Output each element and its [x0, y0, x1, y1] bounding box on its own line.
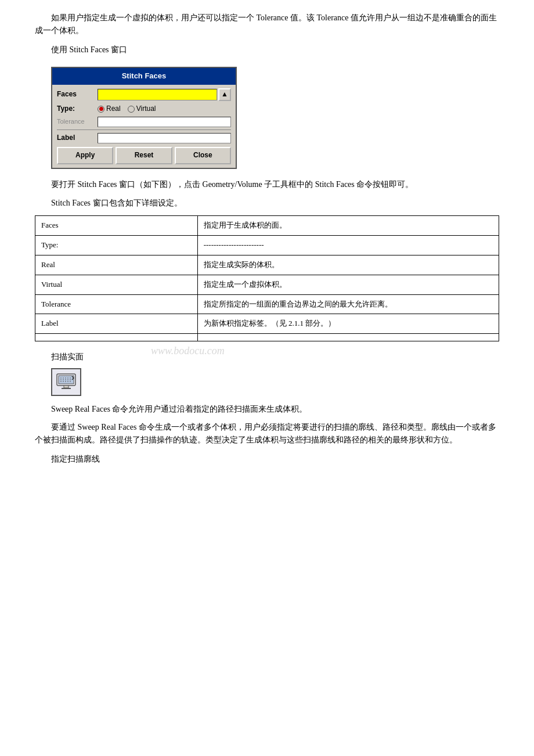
table-cell-value: ------------------------ [197, 236, 499, 255]
sweep-desc: Sweep Real Faces 命令允许用户通过沿着指定的路径扫描面来生成体积… [51, 403, 499, 416]
table-row [35, 334, 499, 341]
table-row: Faces指定用于生成体积的面。 [35, 216, 499, 236]
table-row: Virtual指定生成一个虚拟体积。 [35, 275, 499, 294]
reset-button[interactable]: Reset [116, 147, 172, 164]
table-cell-value: 指定生成实际的体积。 [197, 255, 499, 275]
intro-paragraph: 如果用户指定生成一个虚拟的体积，用户还可以指定一个 Tolerance 值。该 … [35, 12, 499, 38]
section-label: 使用 Stitch Faces 窗口 [51, 44, 499, 56]
type-row: Type: Real Virtual [57, 103, 231, 114]
table-cell-key: Virtual [35, 275, 198, 294]
table-cell-key: Tolerance [35, 294, 198, 314]
table-cell-value: 指定生成一个虚拟体积。 [197, 275, 499, 294]
label-input[interactable] [98, 133, 231, 143]
tolerance-label: Tolerance [57, 117, 98, 127]
table-cell-key: Type: [35, 236, 198, 255]
table-row: Real指定生成实际的体积。 [35, 255, 499, 275]
table-cell-value: 指定用于生成体积的面。 [197, 216, 499, 236]
type-label: Type: [57, 103, 98, 114]
svg-rect-6 [62, 388, 71, 389]
table-cell-value [197, 334, 499, 341]
window-contains-label: Stitch Faces 窗口包含如下详细设定。 [51, 197, 499, 210]
sweep-icon [56, 372, 77, 393]
close-button[interactable]: Close [175, 147, 231, 164]
table-cell-key: Label [35, 314, 198, 334]
real-radio-label: Real [106, 103, 121, 114]
faces-label: Faces [57, 89, 98, 100]
table-row: Tolerance指定所指定的一组面的重合边界边之间的最大允许距离。 [35, 294, 499, 314]
table-cell-value: 指定所指定的一组面的重合边界边之间的最大允许距离。 [197, 294, 499, 314]
type-radio-group: Real Virtual [98, 103, 156, 114]
label-label: Label [57, 132, 98, 143]
open-desc: 要打开 Stitch Faces 窗口（如下图），点击 Geometry/Vol… [35, 178, 499, 191]
tolerance-row: Tolerance [57, 117, 231, 127]
dialog-divider [57, 129, 231, 130]
dialog-buttons: Apply Reset Close [57, 147, 231, 164]
virtual-radio-dot[interactable] [128, 106, 135, 113]
info-table: Faces指定用于生成体积的面。Type:-------------------… [35, 215, 499, 341]
stitch-faces-dialog: Stitch Faces Faces ▲ Type: Real Vir [51, 67, 237, 168]
apply-button[interactable]: Apply [57, 147, 113, 164]
faces-input[interactable] [98, 89, 217, 100]
table-cell-key [35, 334, 198, 341]
table-row: Type:------------------------ [35, 236, 499, 255]
dialog-body: Faces ▲ Type: Real Virtual [52, 85, 236, 168]
table-row: Label为新体积指定标签。（见 2.1.1 部分。） [35, 314, 499, 334]
real-radio-item[interactable]: Real [98, 103, 121, 114]
dialog-titlebar: Stitch Faces [52, 68, 236, 85]
faces-row: Faces ▲ [57, 88, 231, 101]
virtual-radio-item[interactable]: Virtual [128, 103, 156, 114]
svg-rect-5 [64, 386, 68, 388]
virtual-radio-label: Virtual [136, 103, 156, 114]
specify-label: 指定扫描廓线 [51, 453, 499, 466]
table-cell-key: Real [35, 255, 198, 275]
label-row: Label [57, 132, 231, 143]
tolerance-input[interactable] [98, 117, 231, 127]
scan-title: 扫描实面 [51, 351, 499, 363]
table-cell-key: Faces [35, 216, 198, 236]
table-cell-value: 为新体积指定标签。（见 2.1.1 部分。） [197, 314, 499, 334]
real-radio-dot[interactable] [98, 106, 104, 113]
sweep-para: 要通过 Sweep Real Faces 命令生成一个或者多个体积，用户必须指定… [35, 421, 499, 447]
sweep-icon-box [51, 368, 81, 396]
faces-arrow-button[interactable]: ▲ [218, 88, 231, 101]
